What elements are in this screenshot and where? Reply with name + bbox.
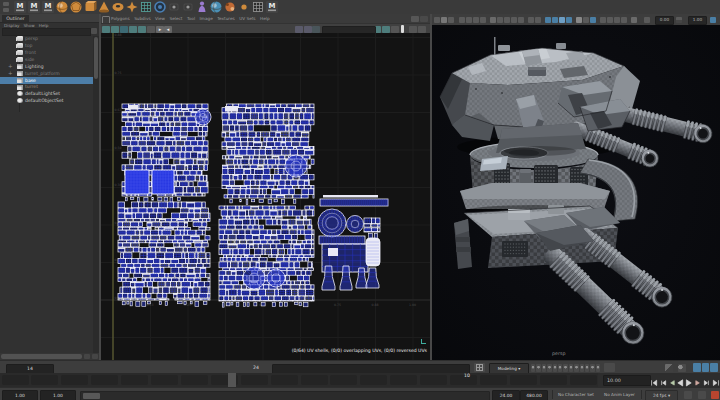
outliner-horizontal-scrollbar[interactable]: [0, 353, 99, 360]
uv-menu-image[interactable]: Image: [200, 14, 213, 23]
character-set-menu[interactable]: No Character Set: [558, 390, 600, 399]
selection-mask-button-4[interactable]: [553, 364, 557, 372]
selection-mask-button-9[interactable]: [580, 364, 584, 372]
uv-menu-view[interactable]: View: [155, 14, 165, 23]
uv-toolbar-icon-3[interactable]: [129, 26, 137, 33]
viewport-toolbar-icon-1[interactable]: [441, 17, 447, 23]
uv-toolbar-icon-10[interactable]: [312, 26, 320, 33]
current-time-field[interactable]: 10.00: [603, 375, 651, 386]
viewport-toolbar-icon-13[interactable]: [535, 17, 541, 23]
viewport-gamma-field[interactable]: 1.00: [688, 16, 707, 25]
shelf-icon-checker[interactable]: [254, 3, 263, 12]
anim-start-field[interactable]: 1.00: [2, 390, 38, 400]
anim-prefs-icon[interactable]: [698, 391, 706, 399]
selection-mask-button-6[interactable]: [563, 364, 567, 372]
outliner-item-front[interactable]: front: [0, 49, 93, 56]
uv-toolbar-icon-4[interactable]: [138, 26, 146, 33]
shelf-icon-shelf-m3[interactable]: M: [42, 1, 54, 13]
viewport-toolbar-icon-9[interactable]: [504, 17, 510, 23]
shelf-icon-small-b[interactable]: [184, 4, 192, 10]
shelf-tab-down-icon[interactable]: [3, 8, 9, 12]
shelf-icon-poly-plane[interactable]: [127, 2, 138, 13]
viewport-toolbar-icon-17[interactable]: [566, 17, 572, 23]
uv-editor-canvas[interactable]: 0.130.250.380.500.630.750.881.000.000.13…: [101, 33, 430, 360]
outliner-tab[interactable]: Outliner: [2, 15, 29, 22]
anim-layer-menu[interactable]: No Anim Layer: [604, 390, 640, 399]
expand-icon[interactable]: +: [8, 63, 13, 69]
outliner-hscroll-right-button[interactable]: [92, 354, 98, 359]
uv-toolbar-icon-12[interactable]: [382, 26, 390, 33]
uv-toolbar-icon-7[interactable]: ◂: [164, 26, 172, 33]
panel-divider-left[interactable]: [99, 14, 101, 360]
uv-menu-polygons[interactable]: Polygons: [111, 14, 130, 23]
playback-go-end-button[interactable]: [712, 374, 720, 386]
viewport-toolbar-icon-21[interactable]: [600, 17, 606, 23]
viewport-toolbar-icon-4[interactable]: [466, 17, 472, 23]
selection-mask-button-8[interactable]: [574, 364, 578, 372]
range-slider-handle[interactable]: [83, 393, 100, 399]
anim-end-field[interactable]: 480.00: [520, 390, 548, 400]
playback-play-forward-button[interactable]: [685, 374, 693, 386]
playback-end-field[interactable]: 24.00: [492, 390, 520, 400]
shelf-icon-poly-sphere[interactable]: [57, 2, 68, 13]
outliner-hscroll-thumb[interactable]: [1, 354, 82, 359]
outliner-vscroll-thumb[interactable]: [94, 37, 98, 79]
viewport-gamma-icon[interactable]: [676, 17, 682, 23]
uv-toolbar-icon-1[interactable]: [111, 26, 119, 33]
playback-go-start-button[interactable]: [650, 374, 658, 386]
autokey-icon[interactable]: [711, 391, 719, 399]
sidebar-toggle-1[interactable]: [702, 363, 710, 372]
playback-step-back-button[interactable]: [659, 374, 667, 386]
shelf-icon-nurbs-circle[interactable]: [155, 2, 165, 12]
loop-icon[interactable]: [684, 391, 692, 399]
shelf-icon-planet[interactable]: [211, 2, 222, 13]
viewport-toolbar-icon-22[interactable]: [607, 17, 613, 23]
uv-toolbar-icon-14[interactable]: [409, 26, 417, 33]
status-list-button[interactable]: [604, 363, 615, 372]
outliner-item-top[interactable]: top: [0, 42, 93, 49]
shelf-icon-poly-geosphere[interactable]: [71, 2, 82, 13]
outliner-hscroll-left-button[interactable]: [84, 354, 90, 359]
outliner-filter-icon[interactable]: [91, 28, 97, 34]
viewport-toolbar-icon-14[interactable]: [545, 17, 551, 23]
selection-mask-button-11[interactable]: [590, 364, 594, 372]
shelf-icon-paint-splash[interactable]: [225, 2, 234, 11]
time-slider[interactable]: 10: [0, 373, 598, 387]
uv-toolbar-icon-15[interactable]: [418, 26, 426, 33]
viewport-toolbar-icon-8[interactable]: [497, 17, 503, 23]
key-icon[interactable]: [678, 364, 686, 372]
selection-mask-button-0[interactable]: [531, 364, 535, 372]
uv-menubar-icon-0[interactable]: [411, 16, 419, 22]
viewport-toolbar-icon-15[interactable]: [552, 17, 558, 23]
viewport-toolbar-icon-6[interactable]: [480, 17, 486, 23]
selection-mask-button-2[interactable]: [542, 364, 546, 372]
fps-dropdown[interactable]: 24 fps ▾: [645, 390, 678, 400]
status-grid-button[interactable]: [474, 363, 485, 372]
viewport-toolbar-icon-3[interactable]: [459, 17, 465, 23]
viewport-toolbar-icon-23[interactable]: [614, 17, 620, 23]
shelf-icon-poly-cube[interactable]: [86, 1, 97, 11]
viewport-toolbar-icon-18[interactable]: [576, 17, 582, 23]
outliner-item-persp[interactable]: persp: [0, 36, 93, 43]
selection-mask-button-10[interactable]: [585, 364, 589, 372]
viewport-toolbar-icon-20[interactable]: [590, 17, 596, 23]
selection-mask-button-1[interactable]: [536, 364, 540, 372]
shelf-icon-text-m[interactable]: M: [266, 1, 278, 13]
uv-toolbar-icon-13[interactable]: [391, 26, 399, 33]
shelf-icon-grid-snap[interactable]: [142, 3, 151, 12]
uv-menu-tool[interactable]: Tool: [187, 14, 195, 23]
shelf-icon-poly-cone[interactable]: [99, 2, 109, 13]
viewport-toolbar-icon-5[interactable]: [473, 17, 479, 23]
outliner-item-base[interactable]: base: [0, 77, 99, 84]
uv-menu-subdivs[interactable]: Subdivs: [134, 14, 150, 23]
outliner-item-turret_platform[interactable]: +turret_platform: [0, 70, 93, 77]
outliner-item-lighting[interactable]: +Lighting: [0, 63, 93, 70]
speaker-icon[interactable]: [665, 364, 673, 372]
shelf-icon-orange-dot[interactable]: [240, 3, 249, 12]
shelf-icon-character[interactable]: [199, 2, 206, 13]
shelf-tab-up-icon[interactable]: [3, 2, 9, 6]
uv-dim-slider[interactable]: [401, 25, 404, 33]
outliner-item-side[interactable]: side: [0, 56, 93, 63]
playback-prev-key-button[interactable]: [668, 374, 676, 386]
panel-divider-right[interactable]: [430, 14, 432, 360]
